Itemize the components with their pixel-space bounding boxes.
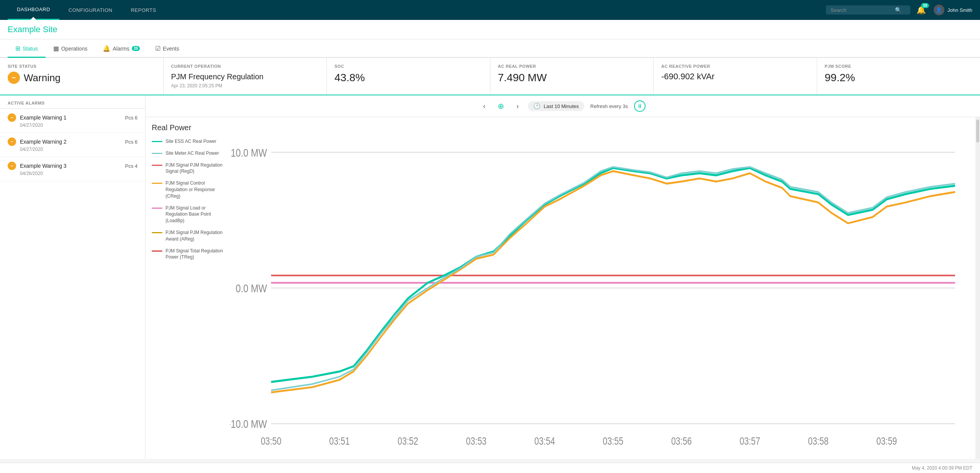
alarm-pcs-1: Pcs 6 (125, 115, 138, 121)
alarm-name-3: Example Warning 3 (20, 163, 121, 169)
tab-status[interactable]: ⊞ Status (8, 40, 46, 58)
alarm-name-1: Example Warning 1 (20, 115, 121, 121)
warning-text: Warning (24, 72, 61, 84)
alarms-header: ACTIVE ALARMS (0, 95, 145, 109)
legend-line-treg (152, 250, 162, 252)
alarms-tab-badge: 39 (132, 46, 140, 51)
site-status-label: SITE STATUS (8, 64, 156, 69)
legend-label-loadbp: PJM Signal Load or Regulation Base Point… (166, 205, 224, 224)
legend-label-areg: PJM Signal PJM Regulation Award (AReg) (166, 229, 224, 242)
alarm-dot-1: − (8, 113, 16, 122)
ac-real-label: AC REAL POWER (498, 64, 646, 69)
svg-text:10.0 MW: 10.0 MW (231, 146, 267, 159)
events-tab-icon: ☑ (155, 45, 161, 52)
alarm-dot-2: − (8, 137, 16, 146)
svg-text:03:52: 03:52 (398, 435, 418, 447)
tab-alarms[interactable]: 🔔 Alarms 39 (95, 40, 147, 58)
chart-prev-button[interactable]: ‹ (480, 101, 488, 112)
site-title-bar: Example Site (0, 20, 980, 39)
user-menu[interactable]: 👤 John Smith (934, 5, 972, 15)
tabs-bar: ⊞ Status ▦ Operations 🔔 Alarms 39 ☑ Even… (0, 39, 980, 58)
chart-refresh-label: Refresh every 3s (590, 103, 628, 109)
status-card-ac-real-power: AC REAL POWER 7.490 MW (490, 58, 654, 95)
warning-circle-icon: − (8, 72, 20, 84)
tab-status-label: Status (23, 46, 38, 52)
legend-item-ess: Site ESS AC Real Power (152, 138, 224, 145)
search-icon: 🔍 (895, 7, 901, 13)
chart-panel: ‹ ⊕ › 🕐 Last 10 Minutes Refresh every 3s… (146, 95, 980, 459)
legend-label-meter: Site Meter AC Real Power (166, 150, 219, 157)
svg-text:03:50: 03:50 (261, 435, 282, 447)
scrollbar-thumb (976, 119, 979, 142)
alarm-name-2: Example Warning 2 (20, 139, 121, 145)
pjm-score-label: PJM SCORE (825, 64, 973, 69)
search-bar[interactable]: 🔍 (826, 5, 910, 15)
nav-configuration[interactable]: CONFIGURATION (59, 0, 122, 20)
alarm-date-3: 04/26/2020 (20, 171, 138, 176)
list-item[interactable]: − Example Warning 1 Pcs 6 04/27/2020 (0, 109, 145, 133)
nav-links: DASHBOARD CONFIGURATION REPORTS (8, 0, 166, 20)
legend-item-creg: PJM Signal Control Regulation or Respons… (152, 180, 224, 199)
legend-item-meter: Site Meter AC Real Power (152, 150, 224, 157)
status-card-pjm-score: PJM SCORE 99.2% (817, 58, 980, 95)
clock-icon: 🕐 (533, 103, 541, 110)
chart-pause-button[interactable]: ⏸ (634, 100, 646, 112)
tab-events[interactable]: ☑ Events (147, 40, 187, 58)
legend-item-areg: PJM Signal PJM Regulation Award (AReg) (152, 229, 224, 242)
svg-text:03:53: 03:53 (466, 435, 487, 447)
alarms-panel: ACTIVE ALARMS − Example Warning 1 Pcs 6 … (0, 95, 146, 459)
legend-item-loadbp: PJM Signal Load or Regulation Base Point… (152, 205, 224, 224)
alarm-pcs-3: Pcs 4 (125, 163, 138, 169)
legend-item-treg: PJM Signal Total Regulation Power (TReg) (152, 248, 224, 261)
list-item[interactable]: − Example Warning 3 Pcs 4 04/26/2020 (0, 157, 145, 181)
nav-reports[interactable]: REPORTS (121, 0, 165, 20)
tab-operations[interactable]: ▦ Operations (46, 40, 95, 58)
search-input[interactable] (831, 7, 892, 13)
legend-line-loadbp (152, 208, 162, 209)
svg-text:03:58: 03:58 (808, 435, 829, 447)
svg-text:03:56: 03:56 (671, 435, 692, 447)
tab-alarms-label: Alarms (113, 46, 129, 52)
status-tab-icon: ⊞ (15, 45, 20, 52)
svg-text:03:59: 03:59 (877, 435, 897, 447)
status-cards: SITE STATUS − Warning CURRENT OPERATION … (0, 58, 980, 95)
chart-legend: Real Power Site ESS AC Real Power Site M… (146, 117, 230, 459)
chart-body: Real Power Site ESS AC Real Power Site M… (146, 117, 980, 459)
current-op-label: CURRENT OPERATION (171, 64, 319, 69)
list-item[interactable]: − Example Warning 2 Pcs 6 04/27/2020 (0, 133, 145, 157)
scrollbar[interactable] (975, 117, 980, 459)
tab-events-label: Events (163, 46, 179, 52)
page-content: Example Site ⊞ Status ▦ Operations 🔔 Ala… (0, 20, 980, 459)
alarm-date-1: 04/27/2020 (20, 123, 138, 128)
nav-dashboard[interactable]: DASHBOARD (8, 0, 59, 20)
legend-line-regd (152, 165, 162, 166)
chart-next-button[interactable]: › (513, 101, 522, 112)
svg-text:-10.0 MW: -10.0 MW (230, 418, 267, 430)
ac-reactive-value: -690.902 kVAr (661, 72, 809, 82)
current-op-value: PJM Frequency Regulation (171, 72, 319, 82)
alarm-date-2: 04/27/2020 (20, 147, 138, 152)
ac-reactive-label: AC REACTIVE POWER (661, 64, 809, 69)
legend-label-ess: Site ESS AC Real Power (166, 138, 216, 145)
legend-line-meter (152, 153, 162, 154)
legend-label-creg: PJM Signal Control Regulation or Respons… (166, 180, 224, 199)
soc-value: 43.8% (334, 72, 482, 84)
chart-time-range-label: Last 10 Minutes (544, 103, 579, 109)
user-name: John Smith (947, 7, 972, 13)
main-area: ACTIVE ALARMS − Example Warning 1 Pcs 6 … (0, 95, 980, 459)
pjm-score-value: 99.2% (825, 72, 973, 84)
operations-tab-icon: ▦ (53, 45, 59, 52)
chart-zoom-button[interactable]: ⊕ (495, 100, 507, 112)
notification-button[interactable]: 🔔 39 (916, 5, 926, 15)
legend-label-regd: PJM Signal PJM Regulation Signal (RegD) (166, 162, 224, 175)
status-card-soc: SOC 43.8% (327, 58, 490, 95)
soc-label: SOC (334, 64, 482, 69)
current-op-date: Apr 23, 2020 2:05:25 PM (171, 83, 319, 88)
ac-real-value: 7.490 MW (498, 72, 646, 84)
chart-time-range: 🕐 Last 10 Minutes (528, 101, 584, 111)
svg-text:03:54: 03:54 (534, 435, 555, 447)
alarm-dot-3: − (8, 162, 16, 170)
tab-operations-label: Operations (61, 46, 87, 52)
svg-text:03:57: 03:57 (739, 435, 760, 447)
svg-text:0.0 MW: 0.0 MW (236, 282, 267, 295)
